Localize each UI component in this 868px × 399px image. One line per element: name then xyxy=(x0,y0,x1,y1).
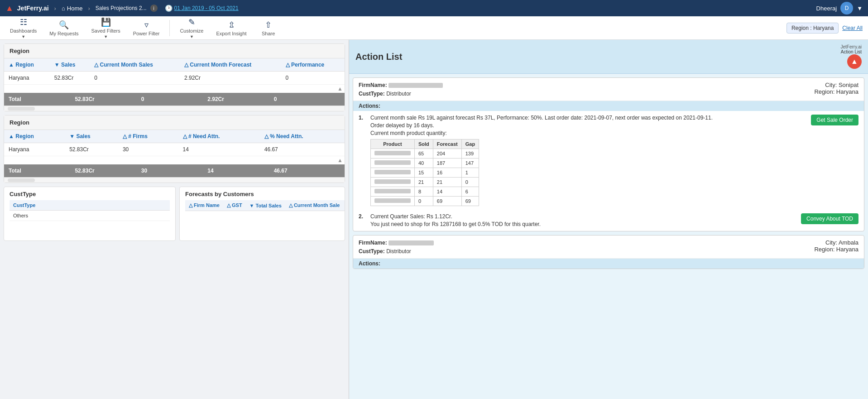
user-avatar[interactable]: D xyxy=(840,2,853,14)
firm1-region: Region: Haryana xyxy=(814,88,858,95)
forecasts-section: Forecasts by Customers △ Firm Name △ GST xyxy=(179,187,345,241)
toolbar: ☷ Dashboards ▼ 🔍 My Requests 💾 Saved Fil… xyxy=(0,16,868,40)
product-name-blurred xyxy=(374,189,411,193)
product-name-cell xyxy=(371,197,415,206)
footer-sales: 52.83Cr xyxy=(75,96,141,102)
footer-cm-forecast: 2.92Cr xyxy=(207,96,273,102)
nav-project: Sales Projections 2... xyxy=(96,5,147,11)
share-icon: ⇧ xyxy=(265,20,272,30)
footer-cm-sales: 0 xyxy=(141,96,207,102)
firm-card-2-header: FirmName: CustType: Distributor xyxy=(353,236,864,259)
nav-home[interactable]: ⌂ Home xyxy=(62,5,83,12)
power-filter-button[interactable]: ▿ Power Filter xyxy=(129,18,164,38)
share-button[interactable]: ⇧ Share xyxy=(255,18,282,38)
product-name-blurred xyxy=(374,179,411,184)
col2-pct-need-attn[interactable]: △ % Need Attn. xyxy=(260,130,345,143)
filter-bar: Region : Haryana Clear All xyxy=(786,23,863,34)
col2-need-attn[interactable]: △ # Need Attn. xyxy=(178,130,260,143)
product-col-forecast: Forecast xyxy=(433,139,461,149)
col2-firms[interactable]: △ # Firms xyxy=(118,130,178,143)
product-name-cell xyxy=(371,178,415,187)
firm2-custtype-field: CustType: Distributor xyxy=(359,248,812,255)
dashboards-button[interactable]: ☷ Dashboards ▼ xyxy=(5,15,41,41)
nav-left: ▲ JetFerry.ai › ⌂ Home › Sales Projectio… xyxy=(5,4,239,13)
scroll-up-arrow-1[interactable]: ▲ xyxy=(337,86,343,92)
product-forecast-cell: 204 xyxy=(433,149,461,159)
firm1-name-blurred xyxy=(388,83,443,88)
scroll-hint-1 xyxy=(4,106,345,111)
product-gap-cell: 6 xyxy=(461,187,479,197)
product-sold-cell: 65 xyxy=(415,149,433,159)
product-forecast-cell: 16 xyxy=(433,168,461,178)
product-name-blurred xyxy=(374,151,411,155)
product-table-row: 40187147 xyxy=(371,159,479,168)
region-table-1-title: Region xyxy=(4,44,345,58)
cell2-pct-need-attn: 46.67 xyxy=(260,143,345,156)
product-forecast-cell: 14 xyxy=(433,187,461,197)
footer2-pct-need-attn: 46.67 xyxy=(274,168,340,174)
convey-about-tod-button[interactable]: Convey About TOD xyxy=(801,213,858,224)
action1-content: Current month sale Rs 19L against foreca… xyxy=(370,115,807,206)
forecasts-col-cm-sale[interactable]: △ Current Month Sale xyxy=(285,200,344,211)
firm-card-1-header: FirmName: CustType: Distributor xyxy=(353,78,864,101)
col-region-1[interactable]: ▲ Region xyxy=(4,58,50,72)
region-data-table-2: ▲ Region ▼ Sales △ # Firms xyxy=(4,130,345,156)
forecasts-col-firm[interactable]: △ Firm Name xyxy=(185,200,223,211)
action2-text2: You just need to shop for Rs 1287168 to … xyxy=(370,221,797,227)
forecasts-col-total-sales[interactable]: ▼ Total Sales xyxy=(246,200,285,211)
nav-sep: › xyxy=(54,5,56,12)
action-list-logo-icon: ▲ xyxy=(847,54,862,69)
main-content: Region ▲ Region ▼ Sales xyxy=(0,40,868,399)
action-list-logo: JetFerry.ai Action List ▲ xyxy=(841,44,862,69)
scroll-bar-1[interactable] xyxy=(8,107,35,111)
customize-button[interactable]: ✎ Customize ▼ xyxy=(175,15,208,41)
region-data-table-1: ▲ Region ▼ Sales △ Current Month Sales xyxy=(4,58,345,85)
table-row: Haryana 52.83Cr 30 14 46.67 xyxy=(4,143,345,156)
firm1-custtype-field: CustType: Distributor xyxy=(359,90,812,97)
firm2-city: City: Ambala xyxy=(814,239,858,246)
firm2-name-blurred xyxy=(388,240,434,245)
firm1-city-region: City: Sonipat Region: Haryana xyxy=(814,82,858,97)
scroll-bar-2[interactable] xyxy=(8,178,35,182)
export-insight-button[interactable]: ⇫ Export Insight xyxy=(211,18,251,38)
product-forecast-cell: 21 xyxy=(433,178,461,187)
col-sales-1[interactable]: ▼ Sales xyxy=(50,58,90,72)
product-sold-cell: 0 xyxy=(415,197,433,206)
footer-performance: 0 xyxy=(274,96,340,102)
product-name-cell xyxy=(371,187,415,197)
product-sold-cell: 8 xyxy=(415,187,433,197)
forecasts-table: △ Firm Name △ GST ▼ Total Sales xyxy=(185,200,345,211)
table-row: Haryana 52.83Cr 0 2.92Cr 0 xyxy=(4,72,345,85)
firm1-action-2: 2. Current Quarter Sales: Rs 1.12Cr. You… xyxy=(353,210,864,231)
action1-text1: Current month sale Rs 19L against foreca… xyxy=(370,115,807,121)
forecasts-col-cm-forecast[interactable]: △ Current Month Forecast xyxy=(343,200,345,211)
saved-filters-button[interactable]: 💾 Saved Filters ▼ xyxy=(87,15,125,41)
export-insight-icon: ⇫ xyxy=(228,20,235,30)
col2-sales[interactable]: ▼ Sales xyxy=(65,130,118,143)
forecasts-col-gst[interactable]: △ GST xyxy=(223,200,246,211)
product-col-gap: Gap xyxy=(461,139,479,149)
action1-text2: Order delayed by 16 days. xyxy=(370,122,807,129)
date-range[interactable]: 01 Jan 2019 - 05 Oct 2021 xyxy=(174,5,239,11)
product-gap-cell: 69 xyxy=(461,197,479,206)
cust-type-others: Others xyxy=(10,211,170,221)
firm1-name-field: FirmName: xyxy=(359,82,812,88)
col-performance-1[interactable]: △ Performance xyxy=(281,58,345,72)
action-list-title: Action List xyxy=(355,52,402,62)
get-sale-order-button[interactable]: Get Sale Order xyxy=(811,115,858,125)
scroll-up-arrow-2[interactable]: ▲ xyxy=(337,157,343,163)
firm-card-1: FirmName: CustType: Distributor xyxy=(353,77,864,231)
firm2-city-region: City: Ambala Region: Haryana xyxy=(814,239,858,255)
action2-content: Current Quarter Sales: Rs 1.12Cr. You ju… xyxy=(370,213,797,227)
col-cm-forecast-1[interactable]: △ Current Month Forecast xyxy=(180,58,281,72)
cell2-need-attn: 14 xyxy=(178,143,260,156)
info-icon[interactable]: i xyxy=(150,5,158,12)
product-name-cell xyxy=(371,149,415,159)
product-table-row: 06969 xyxy=(371,197,479,206)
col-cm-sales-1[interactable]: △ Current Month Sales xyxy=(90,58,180,72)
logo-icon: ▲ xyxy=(5,4,14,13)
user-dropdown-icon[interactable]: ▼ xyxy=(857,5,863,12)
my-requests-button[interactable]: 🔍 My Requests xyxy=(45,18,83,38)
col2-region[interactable]: ▲ Region xyxy=(4,130,65,143)
clear-all-button[interactable]: Clear All xyxy=(842,25,863,31)
